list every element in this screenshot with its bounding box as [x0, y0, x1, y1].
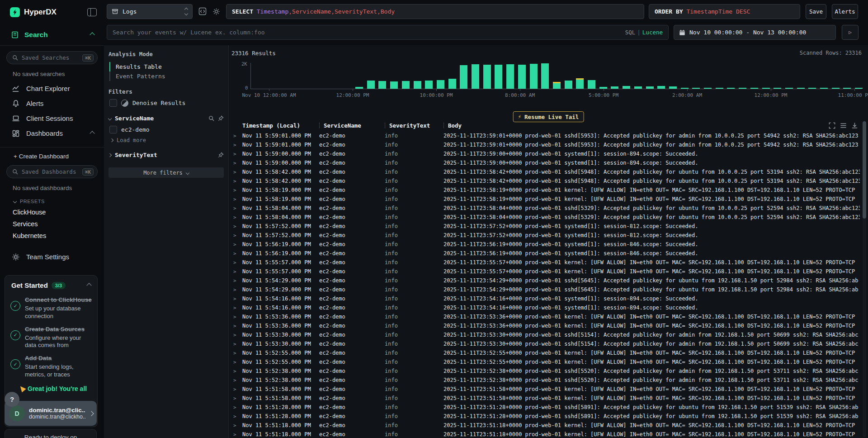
alerts-button[interactable]: Alerts: [832, 4, 858, 19]
table-row[interactable]: >Nov 11 5:53:36.000 PMec2-demoinfo2025-1…: [229, 312, 860, 321]
table-row[interactable]: >Nov 11 5:55:57.000 PMec2-demoinfo2025-1…: [229, 267, 860, 276]
create-dashboard-button[interactable]: + Create Dashboard: [0, 148, 104, 160]
table-row[interactable]: >Nov 11 5:58:19.000 PMec2-demoinfo2025-1…: [229, 195, 860, 204]
table-row[interactable]: >Nov 11 5:59:00.000 PMec2-demoinfo2025-1…: [229, 158, 860, 167]
filter-group-severitytext[interactable]: SeverityText: [104, 143, 228, 158]
denoise-results-row[interactable]: Denoise Results: [104, 95, 228, 107]
table-row[interactable]: >Nov 11 5:51:58.000 PMec2-demoinfo2025-1…: [229, 394, 860, 403]
x-axis-tick: [771, 89, 771, 91]
get-started-item[interactable]: ✓Create Data SourcesConfigure where your…: [5, 322, 97, 352]
table-row[interactable]: >Nov 11 5:54:29.000 PMec2-demoinfo2025-1…: [229, 276, 860, 285]
table-row[interactable]: >Nov 11 5:53:36.000 PMec2-demoinfo2025-1…: [229, 321, 860, 330]
sidebar-item-chart-explorer[interactable]: Chart Explorer: [0, 81, 104, 96]
cell-severity: info: [385, 404, 443, 410]
sidebar-item-client-sessions[interactable]: Client Sessions: [0, 111, 104, 126]
table-row[interactable]: >Nov 11 5:52:38.000 PMec2-demoinfo2025-1…: [229, 367, 860, 376]
table-row[interactable]: >Nov 11 5:52:55.000 PMec2-demoinfo2025-1…: [229, 348, 860, 357]
help-button[interactable]: ?: [5, 392, 19, 407]
table-row[interactable]: >Nov 11 5:52:55.000 PMec2-demoinfo2025-1…: [229, 357, 860, 367]
lucene-mode-toggle[interactable]: Lucene: [642, 29, 663, 36]
scrollbar-thumb[interactable]: [863, 121, 866, 219]
collapse-sidebar-icon[interactable]: [87, 8, 97, 16]
gear-icon[interactable]: [211, 6, 222, 17]
denoise-checkbox[interactable]: [109, 99, 117, 107]
sidebar-item-label: Dashboards: [26, 129, 84, 137]
table-row[interactable]: >Nov 11 5:57:52.000 PMec2-demoinfo2025-1…: [229, 222, 860, 231]
select-columns-input[interactable]: SELECT Timestamp,ServiceName,SeverityTex…: [226, 4, 644, 19]
tab-results-table[interactable]: Results Table: [109, 62, 228, 71]
column-header-servicename[interactable]: ServiceName: [319, 122, 385, 129]
x-axis-tick-label: 2:00:00 AM: [672, 92, 702, 98]
lucene-search-input[interactable]: Search your events w/ Lucene ex. column:…: [107, 25, 669, 40]
preset-item-kubernetes[interactable]: Kubernetes: [0, 228, 104, 239]
column-header-severitytext[interactable]: SeverityText: [385, 122, 443, 129]
results-histogram[interactable]: 2K 0 Nov 10 12:00:00 AM12:00:00 PM10:00:…: [229, 61, 862, 98]
pin-icon[interactable]: [218, 115, 224, 121]
cell-severity: info: [385, 386, 443, 392]
table-row[interactable]: >Nov 11 5:53:30.000 PMec2-demoinfo2025-1…: [229, 339, 860, 348]
saved-searches-input[interactable]: Saved Searches ⌘K: [6, 51, 98, 64]
table-row[interactable]: >Nov 11 5:51:18.000 PMec2-demoinfo2025-1…: [229, 430, 860, 438]
run-query-button[interactable]: ▷: [842, 25, 859, 40]
table-row[interactable]: >Nov 11 5:51:18.000 PMec2-demoinfo2025-1…: [229, 421, 860, 430]
save-button[interactable]: Save: [806, 4, 826, 19]
column-header-body[interactable]: Body: [443, 122, 860, 129]
column-header-timestamp[interactable]: Timestamp (Local): [242, 122, 319, 129]
cell-timestamp: Nov 11 5:52:55.000 PM: [242, 350, 319, 356]
table-row[interactable]: >Nov 11 5:54:16.000 PMec2-demoinfo2025-1…: [229, 294, 860, 303]
table-row[interactable]: >Nov 11 5:56:19.000 PMec2-demoinfo2025-1…: [229, 249, 860, 258]
sidebar-item-dashboards[interactable]: Dashboards: [0, 126, 104, 141]
get-started-item[interactable]: ✓Add DataStart sending logs, metrics, or…: [5, 351, 97, 381]
table-row[interactable]: >Nov 11 5:59:00.000 PMec2-demoinfo2025-1…: [229, 149, 860, 158]
preset-item-services[interactable]: Services: [0, 216, 104, 228]
table-row[interactable]: >Nov 11 5:58:04.000 PMec2-demoinfo2025-1…: [229, 213, 860, 222]
x-axis-tick-label: 8:00:00 AM: [505, 92, 535, 98]
select-keyword: SELECT: [232, 8, 253, 15]
table-row[interactable]: >Nov 11 5:53:30.000 PMec2-demoinfo2025-1…: [229, 330, 860, 339]
user-menu[interactable]: D dominic.tran@clic... dominic.tran@clic…: [5, 401, 97, 426]
sidebar-item-alerts[interactable]: Alerts: [0, 96, 104, 111]
get-started-item[interactable]: ✓Connect to ClickHouseSet up your databa…: [5, 293, 97, 322]
chevron-up-icon[interactable]: [90, 131, 94, 136]
ec2-demo-checkbox[interactable]: [109, 126, 117, 133]
cell-severity: info: [385, 187, 443, 193]
expand-row-icon: >: [229, 233, 242, 238]
filter-value-ec2-demo[interactable]: ec2-demo: [104, 122, 228, 133]
saved-dashboards-input[interactable]: Saved Dashboards ⌘K: [6, 165, 98, 178]
table-row[interactable]: >Nov 11 5:55:57.000 PMec2-demoinfo2025-1…: [229, 258, 860, 267]
chevron-up-icon[interactable]: [86, 283, 91, 288]
scrollbar[interactable]: [863, 121, 866, 437]
sidebar-item-search[interactable]: Search: [11, 31, 94, 39]
more-filters-button[interactable]: More filters: [108, 167, 224, 178]
table-row[interactable]: >Nov 11 5:58:42.000 PMec2-demoinfo2025-1…: [229, 176, 860, 186]
table-row[interactable]: >Nov 11 5:54:16.000 PMec2-demoinfo2025-1…: [229, 303, 860, 312]
table-row[interactable]: >Nov 11 5:51:28.000 PMec2-demoinfo2025-1…: [229, 412, 860, 421]
table-row[interactable]: >Nov 11 5:57:52.000 PMec2-demoinfo2025-1…: [229, 231, 860, 240]
order-by-input[interactable]: ORDER BY TimestampTime DESC: [649, 4, 800, 19]
sql-mode-toggle[interactable]: SQL: [625, 29, 636, 36]
date-range-picker[interactable]: Nov 10 00:00:00 - Nov 13 00:00:00: [674, 25, 836, 40]
table-row[interactable]: >Nov 11 5:58:42.000 PMec2-demoinfo2025-1…: [229, 167, 860, 176]
tab-event-patterns[interactable]: Event Patterns: [109, 71, 228, 81]
table-row[interactable]: >Nov 11 5:56:19.000 PMec2-demoinfo2025-1…: [229, 240, 860, 249]
cell-severity: info: [385, 431, 443, 438]
table-row[interactable]: >Nov 11 5:51:58.000 PMec2-demoinfo2025-1…: [229, 385, 860, 394]
filter-group-servicename[interactable]: ServiceName: [104, 107, 228, 122]
table-row[interactable]: >Nov 11 5:51:28.000 PMec2-demoinfo2025-1…: [229, 403, 860, 412]
preset-item-clickhouse[interactable]: ClickHouse: [0, 204, 104, 216]
chevron-up-icon[interactable]: [90, 32, 94, 37]
pin-icon[interactable]: [218, 152, 224, 158]
table-row[interactable]: >Nov 11 5:54:29.000 PMec2-demoinfo2025-1…: [229, 285, 860, 294]
table-row[interactable]: >Nov 11 5:52:38.000 PMec2-demoinfo2025-1…: [229, 376, 860, 385]
presets-toggle[interactable]: PRESETS: [14, 199, 104, 204]
table-row[interactable]: >Nov 11 5:58:04.000 PMec2-demoinfo2025-1…: [229, 204, 860, 213]
table-row[interactable]: >Nov 11 5:58:19.000 PMec2-demoinfo2025-1…: [229, 186, 860, 195]
table-row[interactable]: >Nov 11 5:59:01.000 PMec2-demoinfo2025-1…: [229, 140, 860, 149]
check-icon: ✓: [10, 330, 20, 340]
code-view-icon[interactable]: [197, 6, 208, 17]
source-select[interactable]: Logs: [107, 4, 193, 19]
table-row[interactable]: >Nov 11 5:59:01.000 PMec2-demoinfo2025-1…: [229, 131, 860, 140]
sidebar-item-team-settings[interactable]: Team Settings: [0, 249, 104, 264]
load-more-button[interactable]: Load more: [104, 133, 228, 143]
search-icon[interactable]: [208, 115, 214, 121]
